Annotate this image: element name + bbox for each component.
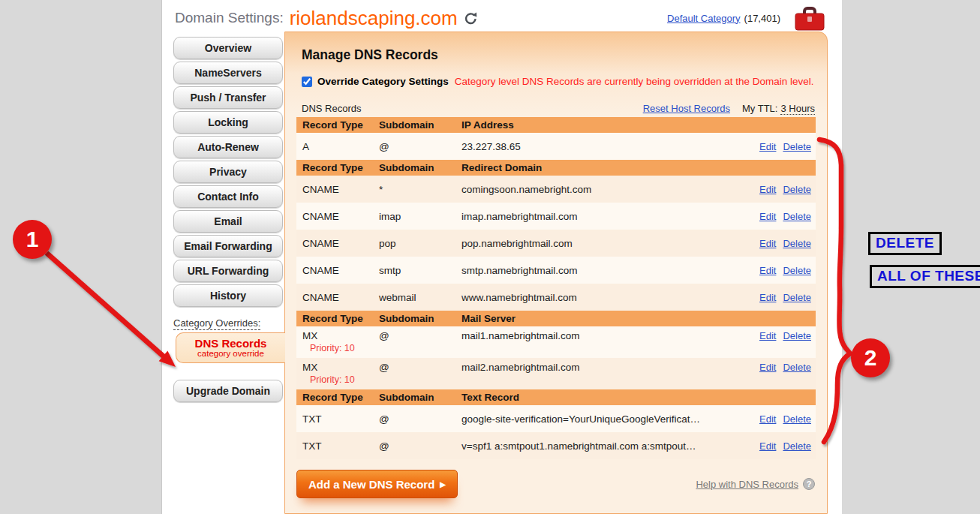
- edit-link[interactable]: Edit: [759, 141, 776, 152]
- record-actions: EditDelete: [759, 413, 816, 425]
- record-value: mail2.namebrightmail.com: [461, 362, 759, 373]
- override-checkbox[interactable]: [302, 77, 312, 87]
- edit-link[interactable]: Edit: [759, 265, 776, 276]
- delete-link[interactable]: Delete: [783, 362, 811, 373]
- record-actions: EditDelete: [759, 362, 816, 373]
- record-value: smtp.namebrightmail.com: [461, 265, 759, 276]
- add-dns-record-button[interactable]: Add a New DNS Record ▶: [296, 470, 458, 498]
- upgrade-domain-button[interactable]: Upgrade Domain: [173, 380, 283, 402]
- sidebar: OverviewNameServersPush / TransferLockin…: [162, 32, 284, 514]
- help-question-icon[interactable]: ?: [803, 478, 815, 490]
- edit-link[interactable]: Edit: [759, 184, 776, 195]
- record-subdomain: @: [379, 330, 461, 341]
- dns-table: Record TypeSubdomainIP AddressA@23.227.3…: [296, 117, 816, 459]
- delete-link[interactable]: Delete: [783, 238, 811, 249]
- help-area: Help with DNS Records ?: [696, 478, 815, 490]
- default-category-link[interactable]: Default Category: [667, 13, 741, 24]
- arrow-right-icon: ▶: [440, 480, 446, 488]
- dns-record-row: TXT@google-site-verification=YourUniqueG…: [296, 405, 816, 432]
- column-header: Record Type: [296, 313, 379, 324]
- topbar-right: Default Category (17,401): [667, 6, 842, 31]
- sidebar-item-history[interactable]: History: [173, 284, 283, 307]
- record-value: pop.namebrightmail.com: [461, 238, 759, 249]
- edit-link[interactable]: Edit: [759, 362, 776, 373]
- record-subdomain: webmail: [379, 292, 461, 303]
- record-actions: EditDelete: [759, 292, 816, 303]
- sidebar-item-overview[interactable]: Overview: [173, 37, 283, 59]
- record-actions: EditDelete: [759, 330, 816, 341]
- column-header: Subdomain: [379, 392, 461, 403]
- panel-footer: Add a New DNS Record ▶ Help with DNS Rec…: [296, 470, 815, 498]
- domain-name: riolandscaping.com: [290, 7, 458, 30]
- dns-record-row: CNAMEpoppop.namebrightmail.comEditDelete: [296, 230, 816, 257]
- column-header: Subdomain: [379, 162, 461, 173]
- sidebar-item-auto-renew[interactable]: Auto-Renew: [173, 136, 283, 158]
- record-actions: EditDelete: [759, 440, 816, 452]
- table-section-header: Record TypeSubdomainMail Server: [296, 311, 816, 326]
- dns-panel: Manage DNS Records Override Category Set…: [284, 32, 828, 514]
- record-actions: EditDelete: [759, 184, 816, 195]
- default-category-count: (17,401): [744, 13, 780, 24]
- table-meta-row: DNS Records Reset Host Records My TTL: 3…: [302, 103, 815, 115]
- delete-link[interactable]: Delete: [783, 265, 811, 276]
- ttl-label: My TTL:: [742, 103, 777, 114]
- sidebar-item-email[interactable]: Email: [173, 210, 283, 233]
- sidebar-item-url-forwarding[interactable]: URL Forwarding: [173, 260, 283, 282]
- sidebar-item-push-transfer[interactable]: Push / Transfer: [173, 86, 283, 109]
- dns-record-row: MXPriority: 10@mail1.namebrightmail.comE…: [296, 326, 816, 358]
- record-type: TXT: [296, 440, 379, 452]
- column-header: Text Record: [461, 392, 816, 403]
- add-dns-record-label: Add a New DNS Record: [308, 478, 434, 491]
- dns-record-row: CNAMEwebmailwww.namebrightmail.comEditDe…: [296, 284, 816, 311]
- record-actions: EditDelete: [759, 265, 816, 276]
- record-value: comingsoon.namebright.com: [461, 184, 759, 195]
- topbar: Domain Settings: riolandscaping.com Defa…: [162, 0, 842, 32]
- record-type: MXPriority: 10: [296, 362, 379, 385]
- delete-link[interactable]: Delete: [783, 440, 811, 452]
- sidebar-item-email-forwarding[interactable]: Email Forwarding: [173, 235, 283, 257]
- edit-link[interactable]: Edit: [759, 440, 776, 452]
- delete-link[interactable]: Delete: [783, 141, 811, 152]
- override-label: Override Category Settings: [317, 76, 449, 87]
- record-value: 23.227.38.65: [461, 141, 759, 152]
- dns-record-row: TXT@v=spf1 a:smtpout1.namebrightmail.com…: [296, 432, 816, 459]
- record-subdomain: @: [379, 440, 461, 452]
- edit-link[interactable]: Edit: [759, 413, 776, 425]
- refresh-icon[interactable]: [464, 11, 478, 26]
- sidebar-item-nameservers[interactable]: NameServers: [173, 62, 283, 84]
- reset-host-records-link[interactable]: Reset Host Records: [643, 103, 730, 114]
- edit-link[interactable]: Edit: [759, 238, 776, 249]
- page-title: Domain Settings:: [175, 10, 284, 26]
- help-dns-records-link[interactable]: Help with DNS Records: [696, 479, 798, 490]
- delete-link[interactable]: Delete: [783, 292, 811, 303]
- delete-link[interactable]: Delete: [783, 330, 811, 341]
- sidebar-item-dns-records[interactable]: DNS Records category override: [176, 332, 285, 363]
- record-actions: EditDelete: [759, 141, 816, 152]
- edit-link[interactable]: Edit: [759, 292, 776, 303]
- record-type: CNAME: [296, 292, 379, 303]
- record-subdomain: @: [379, 362, 461, 373]
- column-header: Mail Server: [461, 313, 816, 324]
- dns-record-row: CNAMEsmtpsmtp.namebrightmail.comEditDele…: [296, 257, 816, 284]
- record-priority: Priority: 10: [302, 343, 379, 353]
- dns-record-row: CNAME*comingsoon.namebright.comEditDelet…: [296, 176, 816, 203]
- column-header: Redirect Domain: [461, 162, 816, 173]
- record-actions: EditDelete: [759, 238, 816, 249]
- delete-link[interactable]: Delete: [783, 211, 811, 222]
- delete-link[interactable]: Delete: [783, 184, 811, 195]
- delete-link[interactable]: Delete: [783, 413, 811, 425]
- sidebar-item-contact-info[interactable]: Contact Info: [173, 185, 283, 208]
- column-header: Record Type: [296, 162, 379, 173]
- edit-link[interactable]: Edit: [759, 330, 776, 341]
- record-value: v=spf1 a:smtpout1.namebrightmail.com a:s…: [461, 440, 759, 452]
- ttl-value-dropdown[interactable]: 3 Hours: [780, 103, 815, 115]
- edit-link[interactable]: Edit: [759, 211, 776, 222]
- record-subdomain: smtp: [379, 265, 461, 276]
- dns-record-row: MXPriority: 10@mail2.namebrightmail.comE…: [296, 358, 816, 389]
- category-overrides-label: Category Overrides:: [173, 317, 284, 329]
- record-priority: Priority: 10: [302, 374, 379, 385]
- toolbox-icon[interactable]: [794, 6, 825, 31]
- record-type: CNAME: [296, 238, 379, 249]
- sidebar-item-locking[interactable]: Locking: [173, 111, 283, 134]
- sidebar-item-privacy[interactable]: Privacy: [173, 161, 283, 183]
